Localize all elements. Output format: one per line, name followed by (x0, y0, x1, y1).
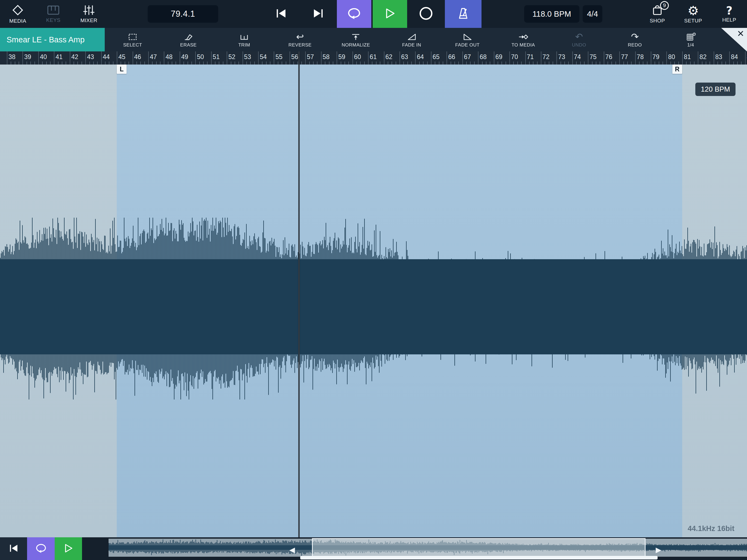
ruler-minor-tick (427, 61, 428, 65)
ruler-minor-tick (678, 61, 679, 65)
ruler-bar-tick (714, 51, 714, 65)
keys-label: KEYS (46, 17, 60, 23)
ruler-bar-tick (258, 51, 259, 65)
ruler-minor-tick (584, 61, 585, 65)
bottom-transport-bar: ◀ ▶ (0, 537, 747, 560)
ruler-bar-number: 64 (417, 53, 424, 61)
right-locator-flag[interactable]: R (672, 65, 682, 74)
mixer-button[interactable]: MIXER (71, 0, 107, 28)
ruler-minor-tick (690, 61, 691, 65)
waveform-editor-area[interactable]: L R 120 BPM 44.1kHz 16bit (0, 65, 747, 537)
marquee-icon (128, 31, 137, 41)
ruler-bar-tick (651, 51, 651, 65)
tool-label: TRIM (238, 42, 250, 48)
ruler-minor-tick (706, 61, 706, 65)
keys-button[interactable]: KEYS (35, 0, 71, 28)
tool-undo-button[interactable]: ↶UNDO (551, 28, 607, 51)
ruler-minor-tick (419, 61, 420, 65)
mini-cycle-button[interactable] (27, 537, 55, 560)
tool-redo-button[interactable]: ↷REDO (607, 28, 663, 51)
ruler-minor-tick (250, 61, 251, 65)
ruler-bar-tick (446, 51, 447, 65)
ruler-minor-tick (50, 61, 51, 65)
reverse-icon: ↩ (296, 31, 304, 41)
ruler-bar-number: 53 (244, 53, 251, 61)
timeline-ruler[interactable]: 3839404142434445464748495051525354555657… (0, 51, 747, 65)
mini-skip-to-start-button[interactable] (0, 537, 27, 560)
ruler-bar-number: 73 (558, 53, 565, 61)
cycle-button[interactable] (337, 0, 371, 28)
tool-to-media-button[interactable]: TO MEDIA (495, 28, 551, 51)
ruler-minor-tick (207, 61, 208, 65)
shop-label: SHOP (650, 18, 665, 24)
ruler-minor-tick (247, 61, 247, 65)
tool-erase-button[interactable]: ERASE (160, 28, 216, 51)
ruler-bar-tick (729, 51, 730, 65)
ruler-minor-tick (333, 61, 333, 65)
mini-play-button[interactable] (55, 537, 82, 560)
tool-fade-in-button[interactable]: FADE IN (384, 28, 439, 51)
ruler-minor-tick (19, 61, 19, 65)
help-button[interactable]: ? HELP (713, 0, 746, 28)
tool-fade-out-button[interactable]: FADE OUT (440, 28, 495, 51)
ruler-minor-tick (187, 61, 188, 65)
shop-badge: 9 (660, 1, 669, 10)
ruler-minor-tick (125, 61, 125, 65)
setup-button[interactable]: ⚙ SETUP (677, 0, 709, 28)
ruler-minor-tick (686, 61, 687, 65)
ruler-minor-tick (470, 61, 470, 65)
ruler-bar-tick (22, 51, 23, 65)
overview-viewport-window[interactable] (312, 538, 646, 557)
ruler-minor-tick (564, 61, 565, 65)
ruler-minor-tick (596, 61, 596, 65)
skip-to-start-button[interactable] (268, 0, 294, 28)
ruler-minor-tick (674, 61, 675, 65)
tool-select-button[interactable]: SELECT (105, 28, 160, 51)
redo-icon: ↷ (631, 31, 639, 41)
ruler-minor-tick (733, 61, 734, 65)
ruler-bar-number: 42 (71, 53, 78, 61)
close-editor-button[interactable]: ✕ (721, 28, 747, 51)
tool-buttons-row: SELECTERASETRIM↩REVERSENORMALIZEFADE INF… (105, 28, 719, 51)
ruler-bar-number: 45 (119, 53, 126, 61)
play-button[interactable] (373, 0, 407, 28)
overview-scroll-handle[interactable] (300, 556, 658, 559)
shop-button[interactable]: 9 SHOP (641, 0, 674, 28)
metronome-button[interactable] (445, 0, 482, 28)
record-button[interactable] (409, 0, 443, 28)
scroll-right-arrow-icon[interactable]: ▶ (656, 545, 662, 554)
ruler-minor-tick (490, 61, 490, 65)
ruler-bar-number: 69 (495, 53, 503, 61)
time-signature-display[interactable]: 4/4 (583, 5, 602, 23)
tool-grid-button[interactable]: 1/4 (663, 28, 719, 51)
gear-icon: ⚙ (687, 4, 699, 17)
position-display[interactable]: 79.4.1 (148, 5, 218, 23)
tempo-display[interactable]: 118.0 BPM (524, 5, 579, 23)
waveform-canvas[interactable] (0, 65, 747, 537)
ruler-bar-number: 71 (527, 53, 534, 61)
ruler-bar-tick (321, 51, 321, 65)
ruler-minor-tick (235, 61, 235, 65)
media-button[interactable]: MEDIA (0, 0, 35, 28)
ruler-bar-tick (698, 51, 698, 65)
ruler-minor-tick (443, 61, 443, 65)
tool-normalize-button[interactable]: NORMALIZE (328, 28, 384, 51)
playhead[interactable] (298, 51, 300, 537)
tool-reverse-button[interactable]: ↩REVERSE (272, 28, 328, 51)
scroll-left-arrow-icon[interactable]: ◀ (289, 545, 295, 554)
ruler-bar-number: 75 (590, 53, 597, 61)
ruler-minor-tick (278, 61, 278, 65)
ruler-bar-tick (337, 51, 337, 65)
tool-trim-button[interactable]: TRIM (216, 28, 272, 51)
ruler-minor-tick (549, 61, 549, 65)
media-label: MEDIA (9, 18, 26, 24)
ruler-minor-tick (298, 61, 298, 65)
ruler-bar-tick (353, 51, 353, 65)
ruler-minor-tick (407, 61, 408, 65)
ruler-bar-number: 41 (55, 53, 62, 61)
ruler-bar-tick (509, 51, 510, 65)
skip-to-end-button[interactable] (306, 0, 331, 28)
ruler-bar-tick (117, 51, 117, 65)
ruler-minor-tick (341, 61, 341, 65)
left-locator-flag[interactable]: L (117, 65, 127, 74)
